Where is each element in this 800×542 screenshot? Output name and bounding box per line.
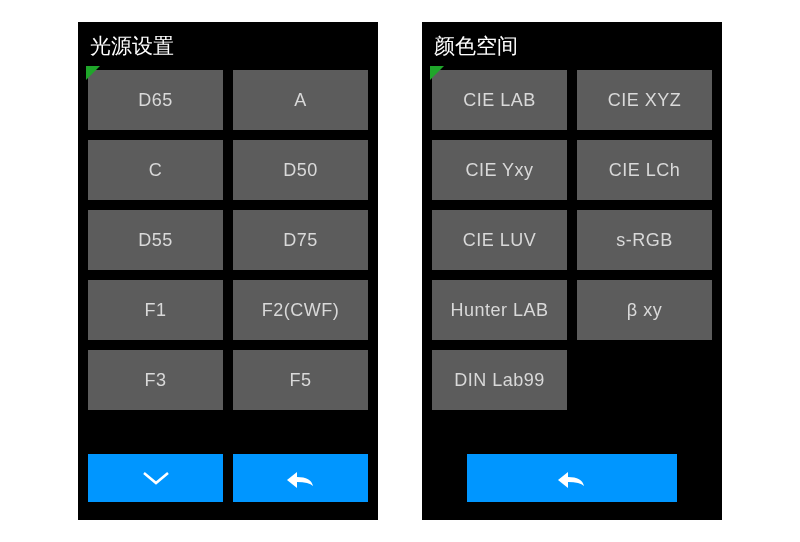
light-source-panel: 光源设置 D65 A C D50 D55 D75 F1 F2(CWF) F3 F… [78,22,378,520]
light-option[interactable]: F3 [88,350,223,410]
back-button[interactable] [233,454,368,502]
light-option[interactable]: D65 [88,70,223,130]
color-option[interactable]: CIE Yxy [432,140,567,200]
color-option[interactable]: CIE LUV [432,210,567,270]
light-option[interactable]: D75 [233,210,368,270]
back-arrow-icon [552,466,592,490]
color-option[interactable]: s-RGB [577,210,712,270]
light-option[interactable]: A [233,70,368,130]
panel-title: 颜色空间 [422,22,722,66]
panel-title: 光源设置 [78,22,378,66]
chevron-down-icon [139,468,173,488]
light-option[interactable]: F5 [233,350,368,410]
light-option[interactable]: C [88,140,223,200]
selection-indicator [430,66,444,80]
light-option[interactable]: D55 [88,210,223,270]
light-option[interactable]: F1 [88,280,223,340]
light-options-grid: D65 A C D50 D55 D75 F1 F2(CWF) F3 F5 [78,66,378,410]
color-option[interactable]: β xy [577,280,712,340]
color-space-panel: 颜色空间 CIE LAB CIE XYZ CIE Yxy CIE LCh CIE… [422,22,722,520]
color-option[interactable]: CIE LCh [577,140,712,200]
color-option[interactable]: Hunter LAB [432,280,567,340]
light-option[interactable]: F2(CWF) [233,280,368,340]
footer-bar [78,440,378,520]
color-option[interactable]: CIE XYZ [577,70,712,130]
color-option[interactable]: CIE LAB [432,70,567,130]
page-down-button[interactable] [88,454,223,502]
footer-bar [422,440,722,520]
back-arrow-icon [281,466,321,490]
selection-indicator [86,66,100,80]
light-option[interactable]: D50 [233,140,368,200]
color-options-grid: CIE LAB CIE XYZ CIE Yxy CIE LCh CIE LUV … [422,66,722,410]
back-button[interactable] [467,454,677,502]
color-option[interactable]: DIN Lab99 [432,350,567,410]
